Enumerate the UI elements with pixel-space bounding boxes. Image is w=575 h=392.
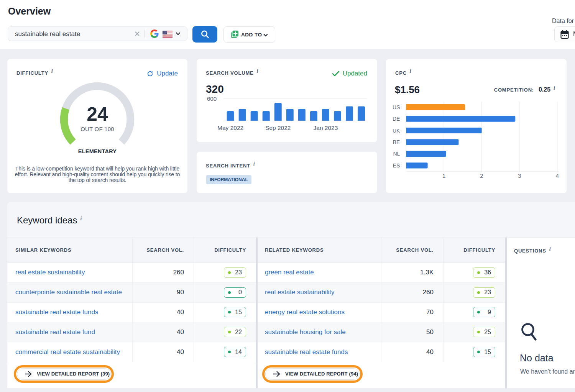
svg-text:1: 1 (442, 172, 446, 179)
difficulty-dot-icon (228, 311, 231, 313)
search-intent-badge: INFORMATIONAL (206, 175, 251, 184)
keyword-row: sustainable housing for sale5025 (258, 322, 505, 342)
chevron-down-icon[interactable] (176, 32, 181, 36)
svg-text:2: 2 (480, 172, 483, 179)
svg-text:Sep 2022: Sep 2022 (265, 125, 291, 131)
difficulty-badge: 14 (224, 347, 246, 357)
info-icon[interactable]: i (549, 246, 551, 252)
difficulty-badge: 0 (224, 287, 246, 298)
add-to-list-icon (230, 30, 239, 39)
column-header-difficulty: DIFFICULTY (194, 238, 256, 262)
svg-text:May 2022: May 2022 (217, 125, 243, 131)
difficulty-out-of: OUT OF 100 (7, 126, 187, 132)
search-volume-cell: 70 (426, 308, 434, 316)
svg-text:Jan 2023: Jan 2023 (314, 125, 338, 131)
page-header: Overview sustainable real estate (0, 0, 575, 49)
related-keywords-footer: VIEW DETAILED REPORT (94) (258, 362, 505, 388)
similar-keywords-table-header: SIMILAR KEYWORDS SEARCH VOL. DIFFICULTY (7, 238, 256, 263)
info-icon[interactable]: i (80, 216, 82, 221)
difficulty-badge: 22 (224, 327, 246, 337)
view-detailed-report-label: VIEW DETAILED REPORT (39) (37, 371, 110, 377)
svg-text:UK: UK (393, 128, 400, 134)
difficulty-level: ELEMENTARY (7, 148, 187, 154)
google-logo-icon[interactable] (150, 30, 159, 38)
difficulty-dot-icon (477, 271, 480, 274)
related-keywords-rows: green real estate1.3K36real estate susta… (258, 263, 505, 362)
keyword-link[interactable]: real estate sustainability (265, 289, 334, 296)
related-keywords-table-header: RELATED KEYWORDS SEARCH VOL. DIFFICULTY (258, 238, 505, 263)
difficulty-dot-icon (228, 271, 231, 274)
similar-keywords-table: SIMILAR KEYWORDS SEARCH VOL. DIFFICULTY … (7, 238, 256, 388)
svg-text:ES: ES (393, 162, 400, 169)
search-volume-card: SEARCH VOLUMEi Updated 320 600 May 2022S… (197, 59, 377, 142)
difficulty-badge: 23 (224, 267, 246, 278)
keyword-row: energy real estate solutions709 (258, 303, 505, 323)
keyword-link[interactable]: sustainable real estate funds (265, 348, 348, 356)
keyword-ideas-card: Keyword ideasi SIMILAR KEYWORDS SEARCH V… (7, 202, 575, 388)
column-header-difficulty: DIFFICULTY (443, 238, 505, 262)
search-input-value[interactable]: sustainable real estate (15, 30, 80, 38)
difficulty-score: 24 (7, 105, 187, 124)
difficulty-dot-icon (228, 331, 231, 333)
search-no-data-icon (521, 323, 539, 343)
keyword-ideas-titleband: Keyword ideasi (7, 202, 575, 238)
no-data-title: No data (520, 353, 554, 364)
arrow-right-icon (273, 371, 280, 377)
page-title: Overview (8, 6, 51, 17)
keyword-link[interactable]: counterpointe sustainable real estate (15, 289, 122, 296)
divider (145, 30, 145, 38)
difficulty-dot-icon (477, 311, 480, 313)
chevron-down-icon (263, 33, 268, 37)
search-volume-chart: May 2022Sep 2022Jan 2023 (197, 59, 377, 142)
search-volume-cell: 40 (177, 348, 184, 356)
column-header-keyword: RELATED KEYWORDS (258, 238, 381, 262)
related-keywords-table: RELATED KEYWORDS SEARCH VOL. DIFFICULTY … (258, 238, 505, 388)
keyword-row: counterpointe sustainable real estate900 (7, 283, 256, 303)
add-to-label: ADD TO (241, 32, 262, 38)
difficulty-badge: 9 (473, 307, 495, 317)
keyword-row: sustainable real estate funds4015 (7, 303, 256, 323)
view-detailed-report-button[interactable]: VIEW DETAILED REPORT (94) (262, 365, 363, 383)
questions-header: QUESTIONSi (514, 247, 551, 254)
search-volume-cell: 1.3K (420, 269, 434, 276)
cpc-chart: USDEUKBENLES1234 (386, 59, 567, 193)
questions-panel: QUESTIONSi No data We haven’t found any (507, 238, 575, 388)
svg-text:4: 4 (555, 172, 559, 179)
difficulty-badge: 15 (224, 307, 246, 317)
search-volume-cell: 260 (423, 289, 434, 296)
keyword-search-input[interactable]: sustainable real estate (8, 26, 187, 41)
date-range-button[interactable]: M (554, 26, 575, 42)
keyword-row: sustainable real estate funds4015 (258, 342, 505, 362)
keyword-link[interactable]: sustainable housing for sale (265, 328, 346, 336)
difficulty-badge: 23 (473, 287, 495, 298)
view-detailed-report-button[interactable]: VIEW DETAILED REPORT (39) (14, 365, 114, 383)
difficulty-dot-icon (228, 351, 231, 353)
no-data-message: We haven’t found any (520, 368, 575, 375)
keyword-ideas-title: Keyword ideasi (17, 215, 82, 226)
keyword-link[interactable]: commercial real estate sustainability (15, 348, 120, 356)
date-range-value: M (573, 31, 575, 38)
difficulty-dot-icon (477, 291, 480, 294)
search-volume-cell: 50 (426, 328, 434, 336)
keyword-link[interactable]: green real estate (265, 269, 314, 276)
clear-search-icon[interactable] (133, 30, 141, 38)
keyword-link[interactable]: energy real estate solutions (265, 308, 345, 316)
search-volume-cell: 40 (177, 328, 184, 336)
search-button[interactable] (192, 26, 217, 43)
difficulty-dot-icon (477, 351, 480, 353)
cpc-card: CPCi $1.56 COMPETITION: 0.25 i USDEUKBEN… (386, 59, 567, 193)
keyword-link[interactable]: real estate sustainability (15, 269, 85, 276)
difficulty-dot-icon (477, 331, 480, 333)
view-detailed-report-label: VIEW DETAILED REPORT (94) (285, 371, 358, 377)
keyword-row: green real estate1.3K36 (258, 263, 505, 283)
us-flag-icon[interactable] (163, 31, 172, 38)
keyword-link[interactable]: sustainable real estate fund (15, 328, 95, 336)
search-volume-cell: 90 (177, 289, 184, 296)
svg-text:3: 3 (518, 172, 521, 179)
arrow-right-icon (25, 371, 32, 377)
search-intent-header: SEARCH INTENTi (206, 162, 255, 169)
keyword-link[interactable]: sustainable real estate funds (15, 308, 98, 316)
info-icon[interactable]: i (253, 161, 255, 167)
difficulty-badge: 15 (473, 347, 495, 357)
add-to-button[interactable]: ADD TO (223, 26, 275, 43)
